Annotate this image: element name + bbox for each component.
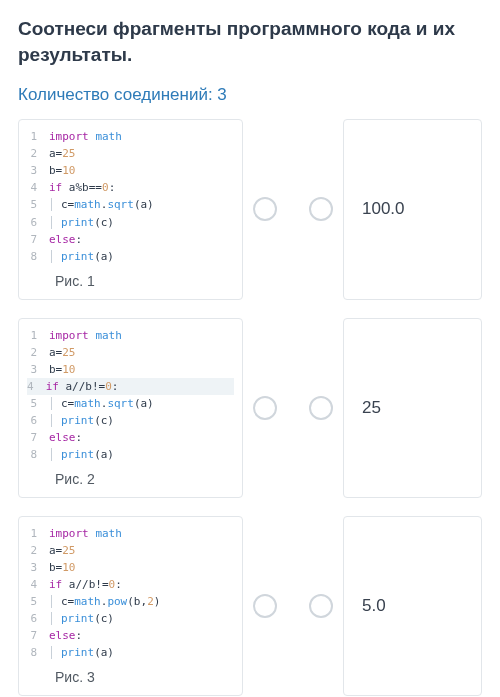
code-line: 1import math (27, 525, 234, 542)
code-text: if a//b!=0: (46, 380, 119, 393)
code-text: a=25 (49, 542, 76, 559)
code-line: 8print(a) (27, 248, 234, 265)
code-block: 1import math2a=253b=104if a//b!=0:5c=mat… (27, 525, 234, 661)
code-text: import math (49, 525, 122, 542)
answer-text: 5.0 (362, 596, 386, 616)
right-connector[interactable] (309, 396, 333, 420)
line-number: 7 (27, 429, 49, 446)
line-number: 1 (27, 128, 49, 145)
code-text: c=math.pow(b,2) (49, 593, 160, 610)
code-text: print(c) (49, 610, 114, 627)
code-text: if a//b!=0: (49, 576, 122, 593)
code-caption: Рис. 2 (27, 463, 234, 493)
line-number: 2 (27, 344, 49, 361)
answer-text: 100.0 (362, 199, 405, 219)
code-text: c=math.sqrt(a) (49, 395, 154, 412)
left-connector[interactable] (253, 396, 277, 420)
answer-card: 25 (343, 318, 482, 498)
match-rows: 1import math2a=253b=104if a%b==0:5c=math… (18, 119, 482, 696)
code-text: a=25 (49, 145, 76, 162)
line-number: 8 (27, 644, 49, 661)
code-line: 5c=math.pow(b,2) (27, 593, 234, 610)
code-text: print(a) (49, 446, 114, 463)
match-row: 1import math2a=253b=104if a%b==0:5c=math… (18, 119, 482, 299)
code-block: 1import math2a=253b=104if a//b!=0:5c=mat… (27, 327, 234, 463)
code-caption: Рис. 3 (27, 661, 234, 691)
code-text: print(a) (49, 248, 114, 265)
line-number: 5 (27, 593, 49, 610)
code-text: if a%b==0: (49, 179, 115, 196)
right-connector[interactable] (309, 594, 333, 618)
code-line: 2a=25 (27, 542, 234, 559)
answer-text: 25 (362, 398, 381, 418)
line-number: 2 (27, 145, 49, 162)
code-line: 8print(a) (27, 446, 234, 463)
code-text: b=10 (49, 559, 76, 576)
connections-count: Количество соединений: 3 (18, 85, 482, 105)
match-row: 1import math2a=253b=104if a//b!=0:5c=mat… (18, 318, 482, 498)
answer-card: 100.0 (343, 119, 482, 299)
match-row: 1import math2a=253b=104if a//b!=0:5c=mat… (18, 516, 482, 696)
left-connector[interactable] (253, 594, 277, 618)
code-line: 5c=math.sqrt(a) (27, 196, 234, 213)
code-line: 4if a//b!=0: (27, 576, 234, 593)
code-text: b=10 (49, 162, 76, 179)
answer-card: 5.0 (343, 516, 482, 696)
line-number: 2 (27, 542, 49, 559)
code-line: 1import math (27, 327, 234, 344)
code-block: 1import math2a=253b=104if a%b==0:5c=math… (27, 128, 234, 264)
line-number: 3 (27, 162, 49, 179)
code-line: 4if a%b==0: (27, 179, 234, 196)
code-line: 6print(c) (27, 412, 234, 429)
code-text: c=math.sqrt(a) (49, 196, 154, 213)
right-connector[interactable] (309, 197, 333, 221)
question-title: Соотнеси фрагменты программного кода и и… (18, 16, 482, 67)
code-text: print(c) (49, 412, 114, 429)
line-number: 4 (27, 380, 46, 393)
code-text: a=25 (49, 344, 76, 361)
line-number: 4 (27, 576, 49, 593)
line-number: 3 (27, 361, 49, 378)
line-number: 4 (27, 179, 49, 196)
code-line: 3b=10 (27, 162, 234, 179)
line-number: 7 (27, 231, 49, 248)
code-text: else: (49, 231, 82, 248)
code-text: print(a) (49, 644, 114, 661)
code-line: 7else: (27, 627, 234, 644)
code-card: 1import math2a=253b=104if a//b!=0:5c=mat… (18, 318, 243, 498)
code-line: 7else: (27, 231, 234, 248)
code-line: 7else: (27, 429, 234, 446)
code-line: 1import math (27, 128, 234, 145)
code-line: 2a=25 (27, 145, 234, 162)
code-line: 2a=25 (27, 344, 234, 361)
code-text: else: (49, 627, 82, 644)
code-text: b=10 (49, 361, 76, 378)
line-number: 8 (27, 248, 49, 265)
line-number: 6 (27, 610, 49, 627)
line-number: 6 (27, 412, 49, 429)
line-number: 1 (27, 327, 49, 344)
code-line: 3b=10 (27, 559, 234, 576)
code-card: 1import math2a=253b=104if a//b!=0:5c=mat… (18, 516, 243, 696)
code-line: 4if a//b!=0: (27, 378, 234, 395)
code-text: print(c) (49, 214, 114, 231)
code-line: 5c=math.sqrt(a) (27, 395, 234, 412)
code-card: 1import math2a=253b=104if a%b==0:5c=math… (18, 119, 243, 299)
code-line: 3b=10 (27, 361, 234, 378)
line-number: 5 (27, 196, 49, 213)
code-caption: Рис. 1 (27, 265, 234, 295)
line-number: 7 (27, 627, 49, 644)
line-number: 6 (27, 214, 49, 231)
left-connector[interactable] (253, 197, 277, 221)
line-number: 1 (27, 525, 49, 542)
code-text: import math (49, 128, 122, 145)
line-number: 5 (27, 395, 49, 412)
code-line: 6print(c) (27, 214, 234, 231)
code-line: 6print(c) (27, 610, 234, 627)
line-number: 3 (27, 559, 49, 576)
code-line: 8print(a) (27, 644, 234, 661)
code-text: import math (49, 327, 122, 344)
code-text: else: (49, 429, 82, 446)
line-number: 8 (27, 446, 49, 463)
